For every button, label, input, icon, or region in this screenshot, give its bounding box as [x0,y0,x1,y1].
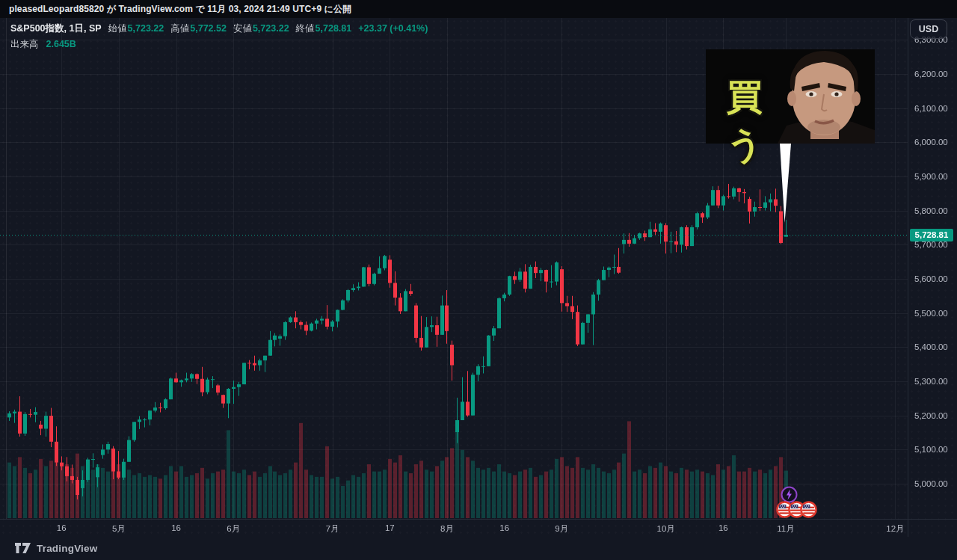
time-tick-label: 16 [45,523,78,532]
high-value: 5,772.52 [190,22,227,35]
publish-text: pleasedLeopard85820 が TradingView.com で … [9,3,351,16]
time-tick-label: 12月 [878,523,911,535]
tradingview-logo-icon[interactable] [15,543,31,554]
close-label: 終値 [296,22,315,35]
time-tick-label: 5月 [102,523,135,535]
brand-name[interactable]: TradingView [37,543,97,554]
price-tick-label: 5,400.00 [914,342,948,351]
time-tick-label: 11月 [769,523,802,535]
time-tick-label: 8月 [431,523,464,535]
low-label: 安値 [233,22,252,35]
footer: TradingView [0,537,957,560]
time-tick-label: 10月 [650,523,683,535]
price-tick-label: 5,700.00 [914,240,948,249]
price-tick-label: 5,100.00 [914,445,948,454]
volume-label[interactable]: 出来高 [10,38,39,51]
time-tick-label: 6月 [217,523,250,535]
high-label: 高値 [170,22,189,35]
price-tick-label: 5,900.00 [914,172,948,181]
close-value: 5,728.81 [316,22,352,35]
time-tick-label: 9月 [545,523,578,535]
price-tick-label: 5,800.00 [914,206,948,215]
price-tick-label: 5,600.00 [914,274,948,283]
symbol-title[interactable]: S&P500指数, 1日, SP [10,22,102,35]
low-value: 5,723.22 [253,22,289,35]
price-tick-label: 5,300.00 [914,377,948,386]
us-flag-emoji [800,501,817,518]
price-axis[interactable]: 5,728.81 6,300.006,200.006,100.006,000.0… [908,18,957,537]
price-tick-label: 6,200.00 [914,70,948,79]
last-price-tag: 5,728.81 [910,229,953,241]
publish-bar: pleasedLeopard85820 が TradingView.com で … [0,0,957,18]
price-tick-label: 5,500.00 [914,309,948,318]
time-axis[interactable]: 165月166月7月178月169月10月1611月12月 [0,519,957,538]
volume-value: 2.645B [46,38,76,51]
price-tick-label: 6,000.00 [914,138,948,147]
price-tick-label: 5,000.00 [914,479,948,488]
price-tick-label: 5,200.00 [914,411,948,420]
change-value: +23.37 (+0.41%) [358,22,428,35]
meme-caption: 買う [708,73,783,169]
time-tick-label: 16 [160,523,193,532]
time-tick-label: 16 [707,523,739,532]
tradingview-published-chart: { "publish_bar": { "text": "pleasedLeopa… [0,0,957,560]
time-tick-label: 16 [488,523,521,532]
open-label: 始値 [108,22,127,35]
time-tick-label: 17 [373,523,406,532]
chart-legend: S&P500指数, 1日, SP 始値5,723.22 高値5,772.52 安… [10,22,428,51]
open-value: 5,723.22 [128,22,164,35]
flag-reactions [776,501,818,518]
time-tick-label: 7月 [316,523,349,535]
price-tick-label: 6,100.00 [914,104,948,113]
currency-button[interactable]: USD [910,19,947,39]
